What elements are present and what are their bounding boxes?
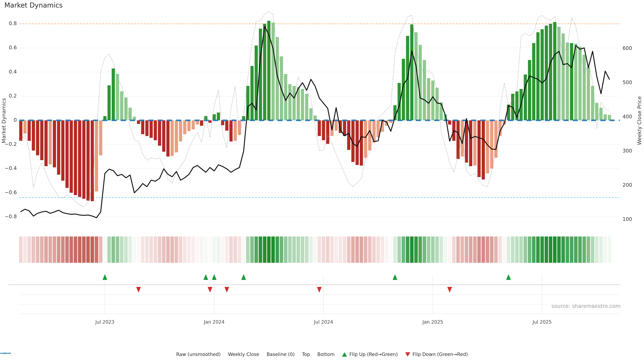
- page-title: Market Dynamics: [4, 1, 62, 9]
- x-axis-tick: Jul 2024: [305, 319, 342, 325]
- y-axis-tick-left: 0.2: [0, 93, 17, 99]
- legend-label: Top: [302, 352, 310, 357]
- y-axis-tick-right: 300: [622, 148, 632, 154]
- y-axis-tick-right: 600: [622, 45, 632, 51]
- x-axis-tick: Jan 2025: [414, 319, 451, 325]
- y-axis-tick-left: −0.2: [0, 141, 17, 147]
- x-axis-tick: Jul 2025: [524, 319, 561, 325]
- flip-down-triangle-icon: [405, 352, 410, 357]
- y-axis-tick-right: 200: [622, 182, 632, 188]
- y-axis-tick-right: 500: [622, 79, 632, 85]
- legend-label: Raw (unsmoothed): [176, 352, 220, 357]
- legend-label: Bottom: [317, 352, 334, 357]
- legend-item-flip-down: Flip Down (Green→Red): [405, 352, 468, 357]
- x-axis-tick: Jul 2023: [86, 319, 123, 325]
- legend-item-top: Top: [302, 352, 310, 357]
- legend-label: Flip Down (Green→Red): [412, 352, 468, 357]
- legend-label: Flip Up (Red→Green): [349, 352, 398, 357]
- legend-label: Weekly Close: [228, 352, 259, 357]
- source-note: source: sharemaestro.com: [526, 303, 620, 309]
- y-axis-tick-left: −0.8: [0, 214, 17, 219]
- legend-item-raw: Raw (unsmoothed): [176, 352, 220, 357]
- market-dynamics-chart: Market Dynamics Market Dynamics Weekly C…: [0, 0, 644, 362]
- y-axis-tick-left: 0.4: [0, 69, 17, 75]
- y-axis-tick-right: 400: [622, 114, 632, 119]
- x-axis-tick: Jan 2024: [196, 319, 232, 325]
- y-axis-tick-left: 0: [0, 117, 17, 123]
- bottom-line-icon: [0, 352, 11, 355]
- y-axis-tick-left: 0.6: [0, 44, 17, 50]
- legend: Raw (unsmoothed) Weekly Close Baseline (…: [0, 352, 644, 357]
- legend-item-weekly-close: Weekly Close: [228, 352, 259, 357]
- legend-label: Baseline (0): [267, 352, 295, 357]
- right-axis-label: Weekly Close Price: [636, 87, 642, 154]
- legend-item-flip-up: Flip Up (Red→Green): [342, 352, 398, 357]
- y-axis-tick-left: −0.6: [0, 189, 17, 195]
- legend-item-baseline: Baseline (0): [267, 352, 295, 357]
- y-axis-tick-right: 100: [622, 216, 632, 222]
- flip-up-triangle-icon: [342, 352, 347, 357]
- legend-item-bottom: Bottom: [317, 352, 334, 357]
- y-axis-tick-left: 0.8: [0, 20, 17, 26]
- y-axis-tick-left: −0.4: [0, 165, 17, 171]
